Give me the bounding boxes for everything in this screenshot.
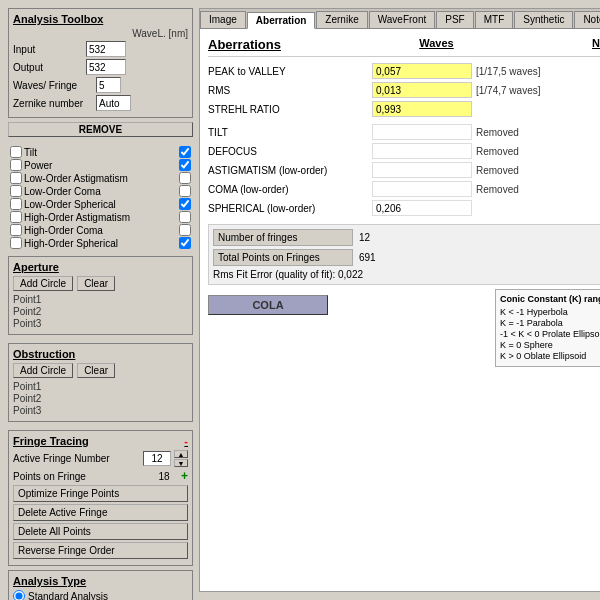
- total-points-label: Total Points on Fringes: [213, 249, 353, 266]
- defocus-name: DEFOCUS: [208, 146, 368, 157]
- tab-psf[interactable]: PSF: [436, 11, 473, 28]
- low-coma-label: Low-Order Coma: [24, 186, 101, 197]
- tab-mtf[interactable]: MTF: [475, 11, 514, 28]
- high-coma-label: High-Order Coma: [24, 225, 103, 236]
- ptv-value-box: 0,057: [372, 63, 472, 79]
- aber-row-astig: ASTIGMATISM (low-order) Removed: [208, 162, 600, 178]
- cola-button[interactable]: COLA: [208, 295, 328, 315]
- coma-name: COMA (low-order): [208, 184, 368, 195]
- low-coma-checkbox[interactable]: [10, 185, 22, 197]
- tab-aberration[interactable]: Aberration: [247, 12, 316, 29]
- input-label: Input: [13, 44, 83, 55]
- analysis-toolbox-section: Analysis Toolbox WaveL. [nm] Input Outpu…: [8, 8, 193, 118]
- output-label: Output: [13, 62, 83, 73]
- coma-value-box: [372, 181, 472, 197]
- delete-active-fringe-button[interactable]: Delete Active Fringe: [13, 504, 188, 521]
- rms-waves: [1/74,7 waves]: [476, 85, 581, 96]
- analysis-type-section: Analysis Type Standard Analysis Aspheric…: [8, 570, 193, 600]
- aperture-add-circle-button[interactable]: Add Circle: [13, 276, 73, 291]
- aber-row-rms: RMS 0,013 [1/74,7 waves] 7,1 nm.: [208, 82, 600, 98]
- zernike-field[interactable]: [96, 95, 131, 111]
- reverse-fringe-button[interactable]: Reverse Fringe Order: [13, 542, 188, 559]
- input-field[interactable]: [86, 41, 126, 57]
- tilt-label: Tilt: [24, 147, 37, 158]
- obstruction-point3: Point3: [13, 405, 188, 416]
- low-spherical-label: Low-Order Spherical: [24, 199, 116, 210]
- delete-all-points-button[interactable]: Delete All Points: [13, 523, 188, 540]
- obstruction-add-circle-button[interactable]: Add Circle: [13, 363, 73, 378]
- high-astig-checkbox[interactable]: [10, 211, 22, 223]
- conic-title: Conic Constant (K) range: [500, 294, 600, 304]
- tab-image[interactable]: Image: [200, 11, 246, 28]
- tilt-name: TILT: [208, 127, 368, 138]
- wavelength-col-header: WaveL. [nm]: [132, 28, 188, 39]
- optimize-fringe-button[interactable]: Optimize Fringe Points: [13, 485, 188, 502]
- zernike-label: Zernike number: [13, 98, 93, 109]
- low-astig-check2[interactable]: [179, 172, 191, 184]
- conic-row-2: -1 < K < 0 Prolate Ellipsoid: [500, 329, 600, 339]
- tab-notes[interactable]: Notes: [574, 11, 600, 28]
- conic-row-4: K > 0 Oblate Ellipsoid: [500, 351, 600, 361]
- coma-waves: Removed: [476, 184, 581, 195]
- power-check2[interactable]: [179, 159, 191, 171]
- aperture-clear-button[interactable]: Clear: [77, 276, 115, 291]
- waves-col-title: Waves: [419, 37, 453, 52]
- aber-row-coma: COMA (low-order) Removed: [208, 181, 600, 197]
- remove-button[interactable]: REMOVE: [8, 122, 193, 137]
- rms-value-box: 0,013: [372, 82, 472, 98]
- strehl-name: STREHL RATIO: [208, 104, 368, 115]
- points-fringe-label: Points on Fringe: [13, 471, 147, 482]
- tilt-checkbox[interactable]: [10, 146, 22, 158]
- power-checkbox[interactable]: [10, 159, 22, 171]
- tab-synthetic[interactable]: Synthetic: [514, 11, 573, 28]
- conic-row-3: K = 0 Sphere: [500, 340, 600, 350]
- fringe-down-arrow[interactable]: ▼: [174, 459, 188, 467]
- low-astig-checkbox[interactable]: [10, 172, 22, 184]
- active-fringe-input[interactable]: [143, 451, 171, 466]
- tilt-check2[interactable]: [179, 146, 191, 158]
- tab-wavefront[interactable]: WaveFront: [369, 11, 436, 28]
- conic-box: Conic Constant (K) range K < -1 Hyperbol…: [495, 289, 600, 367]
- num-fringes-value: 12: [359, 232, 399, 243]
- strehl-value: 0,993: [376, 104, 401, 115]
- rms-fit-value: 0,022: [338, 269, 363, 280]
- low-astig-label: Low-Order Astigmatism: [24, 173, 128, 184]
- toolbox-title: Analysis Toolbox: [13, 13, 188, 25]
- tilt-value-box: [372, 124, 472, 140]
- num-fringes-label: Number of fringes: [213, 229, 353, 246]
- ptv-value: 0,057: [376, 66, 401, 77]
- bottom-right-area: COLA Conic Constant (K) range K < -1 Hyp…: [208, 289, 600, 367]
- aber-row-defocus: DEFOCUS Removed: [208, 143, 600, 159]
- astig-name: ASTIGMATISM (low-order): [208, 165, 368, 176]
- fringe-minus-icon[interactable]: -: [184, 435, 188, 447]
- right-panel: Image Aberration Zernike WaveFront PSF M…: [199, 8, 600, 592]
- fringe-up-arrow[interactable]: ▲: [174, 450, 188, 458]
- high-spherical-check2[interactable]: [179, 237, 191, 249]
- astig-value-box: [372, 162, 472, 178]
- waves-fringe-field[interactable]: [96, 77, 121, 93]
- low-coma-check2[interactable]: [179, 185, 191, 197]
- low-spherical-checkbox[interactable]: [10, 198, 22, 210]
- spherical-nm: -109,3 nm.: [585, 203, 600, 214]
- fringe-plus-icon[interactable]: +: [181, 469, 188, 483]
- obstruction-title: Obstruction: [13, 348, 188, 360]
- standard-analysis-radio[interactable]: [13, 590, 25, 600]
- tilt-waves: Removed: [476, 127, 581, 138]
- output-field[interactable]: [86, 59, 126, 75]
- obstruction-clear-button[interactable]: Clear: [77, 363, 115, 378]
- tab-zernike[interactable]: Zernike: [316, 11, 367, 28]
- standard-analysis-label: Standard Analysis: [28, 591, 108, 601]
- high-astig-check2[interactable]: [179, 211, 191, 223]
- tabs-row: Image Aberration Zernike WaveFront PSF M…: [200, 9, 600, 29]
- obstruction-point2: Point2: [13, 393, 188, 404]
- aperture-title: Aperture: [13, 261, 188, 273]
- rms-fit-label: Rms Fit Error (quality of fit):: [213, 269, 335, 280]
- aber-row-strehl: STREHL RATIO 0,993: [208, 101, 600, 117]
- ptv-nm: 30,4 nm.: [585, 66, 600, 77]
- ptv-waves: [1/17,5 waves]: [476, 66, 581, 77]
- high-coma-check2[interactable]: [179, 224, 191, 236]
- high-coma-checkbox[interactable]: [10, 224, 22, 236]
- low-spherical-check2[interactable]: [179, 198, 191, 210]
- fringe-section: Fringe Tracing - Active Fringe Number ▲ …: [8, 430, 193, 566]
- high-spherical-checkbox[interactable]: [10, 237, 22, 249]
